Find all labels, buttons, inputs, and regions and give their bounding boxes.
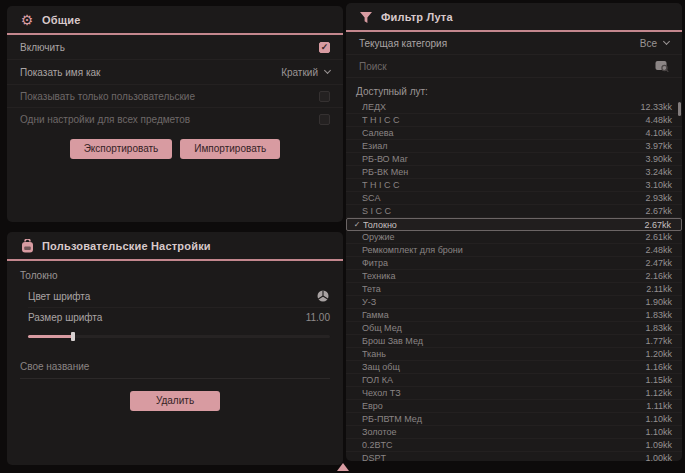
loot-row[interactable]: ГОЛ КА1.15kk: [346, 374, 682, 387]
loot-row[interactable]: Ремкомплект для брони2.48kk: [346, 244, 682, 257]
same-settings-checkbox[interactable]: [319, 114, 330, 125]
loot-row[interactable]: SCA2.93kk: [346, 192, 682, 205]
scrollbar-thumb[interactable]: [678, 102, 681, 116]
enable-checkbox[interactable]: ✓: [319, 42, 330, 53]
category-row: Текущая категория Все: [346, 32, 682, 55]
loot-item-value: 2.61kk: [645, 232, 672, 242]
loot-row[interactable]: Т Н I С С4.48kk: [346, 114, 682, 127]
loot-row[interactable]: Салева4.10kk: [346, 127, 682, 140]
gear-icon: ⚙: [20, 13, 34, 27]
loot-item-value: 1.20kk: [645, 349, 672, 359]
loot-row[interactable]: Золотое1.10kk: [346, 426, 682, 439]
loot-item-value: 3.97kk: [645, 141, 672, 151]
custom-settings-panel: Пользовательские Настройки Толокно Цвет …: [7, 232, 343, 465]
loot-item-value: 1.15kk: [645, 375, 672, 385]
loot-item-value: 4.48kk: [645, 115, 672, 125]
only-custom-checkbox[interactable]: [319, 91, 330, 102]
loot-row[interactable]: ЛЕДХ12.33kk: [346, 101, 682, 114]
loot-item-value: 1.09kk: [645, 440, 672, 450]
loot-item-value: 1.10kk: [645, 427, 672, 437]
name-as-label: Показать имя как: [20, 67, 100, 78]
loot-item-name: Фитра: [362, 258, 645, 268]
loot-item-name: Толокно: [363, 220, 644, 230]
same-settings-label: Одни настройки для всех предметов: [20, 114, 190, 125]
custom-name-input[interactable]: [20, 358, 330, 379]
enable-label: Включить: [20, 42, 65, 53]
available-loot-label: Доступный лут:: [346, 78, 682, 101]
slider-thumb[interactable]: [71, 332, 75, 341]
loot-row[interactable]: Тета2.11kk: [346, 283, 682, 296]
loot-row[interactable]: РБ-ВК Мен3.24kk: [346, 166, 682, 179]
loot-row[interactable]: Брош Зав Мед1.77kk: [346, 335, 682, 348]
chevron-down-icon: [324, 67, 331, 74]
general-panel-header: ⚙ Общие: [7, 6, 343, 35]
search-row: [346, 55, 682, 78]
font-size-value: 11.00: [306, 312, 330, 323]
loot-row[interactable]: Оружие2.61kk: [346, 231, 682, 244]
loot-row[interactable]: Гамма1.83kk: [346, 309, 682, 322]
color-wheel-icon[interactable]: [316, 289, 330, 303]
loot-item-value: 1.83kk: [645, 310, 672, 320]
loot-row[interactable]: РБ-ВО Маг3.90kk: [346, 153, 682, 166]
loot-item-value: 4.10kk: [645, 128, 672, 138]
loot-item-name: У-З: [362, 297, 645, 307]
loot-item-name: Салева: [362, 128, 645, 138]
loot-row[interactable]: РБ-ПВТМ Мед1.10kk: [346, 413, 682, 426]
export-button[interactable]: Экспортировать: [70, 139, 173, 159]
collapse-handle-icon[interactable]: [337, 463, 349, 471]
category-value: Все: [640, 38, 657, 49]
loot-item-name: S I С С: [362, 206, 645, 216]
loot-item-name: Езиал: [362, 141, 645, 151]
import-button[interactable]: Импортировать: [180, 139, 280, 159]
search-icon[interactable]: [655, 59, 669, 73]
loot-row[interactable]: У-З1.90kk: [346, 296, 682, 309]
loot-row[interactable]: Т Н I С С3.10kk: [346, 179, 682, 192]
loot-row[interactable]: 0.2BTC1.09kk: [346, 439, 682, 452]
loot-item-name: РБ-ВО Маг: [362, 154, 645, 164]
loot-item-value: 1.16kk: [645, 362, 672, 372]
font-size-slider[interactable]: [28, 332, 330, 342]
only-custom-row: Показывать только пользовательские: [7, 85, 343, 108]
loot-item-name: РБ-ПВТМ Мед: [362, 414, 645, 424]
loot-item-name: Чехол ТЗ: [362, 388, 645, 398]
loot-item-value: 2.67kk: [644, 220, 671, 230]
font-color-row: Цвет шрифта: [28, 285, 330, 308]
search-input[interactable]: [359, 61, 655, 72]
category-dropdown[interactable]: Все: [640, 38, 669, 49]
check-icon: ✓: [351, 220, 363, 229]
loot-row[interactable]: DSPT1.00kk: [346, 452, 682, 461]
loot-item-name: ГОЛ КА: [362, 375, 645, 385]
loot-list: ЛЕДХ12.33kkТ Н I С С4.48kkСалева4.10kkЕз…: [346, 101, 682, 461]
loot-row[interactable]: Чехол ТЗ1.12kk: [346, 387, 682, 400]
loot-row[interactable]: Евро1.11kk: [346, 400, 682, 413]
loot-item-value: 1.83kk: [645, 323, 672, 333]
delete-button[interactable]: Удалить: [130, 391, 220, 411]
font-size-label: Размер шрифта: [28, 312, 102, 323]
loot-item-name: РБ-ВК Мен: [362, 167, 645, 177]
loot-row[interactable]: S I С С2.67kk: [346, 205, 682, 218]
loot-row[interactable]: Защ общ1.16kk: [346, 361, 682, 374]
loot-item-value: 1.00kk: [645, 453, 672, 461]
loot-row[interactable]: Общ Мед1.83kk: [346, 322, 682, 335]
loot-filter-panel: Фильтр Лута Текущая категория Все Доступ…: [346, 3, 682, 461]
chevron-down-icon: [663, 38, 670, 45]
funnel-icon: [359, 10, 373, 24]
loot-item-value: 3.24kk: [645, 167, 672, 177]
loot-row[interactable]: Езиал3.97kk: [346, 140, 682, 153]
font-color-label: Цвет шрифта: [28, 291, 90, 302]
loot-item-name: Тета: [362, 284, 646, 294]
loot-item-value: 2.93kk: [645, 193, 672, 203]
only-custom-label: Показывать только пользовательские: [20, 91, 195, 102]
loot-item-name: Т Н I С С: [362, 180, 645, 190]
name-as-row: Показать имя как Краткий: [7, 60, 343, 85]
slider-fill: [28, 335, 73, 338]
loot-row[interactable]: Ткань1.20kk: [346, 348, 682, 361]
name-as-dropdown[interactable]: Краткий: [281, 67, 330, 78]
loot-item-value: 3.10kk: [645, 180, 672, 190]
loot-item-name: Золотое: [362, 427, 645, 437]
loot-row[interactable]: Техника2.16kk: [346, 270, 682, 283]
loot-row[interactable]: Фитра2.47kk: [346, 257, 682, 270]
loot-row[interactable]: ✓Толокно2.67kk: [346, 218, 682, 231]
selected-item-label: Толокно: [7, 261, 343, 285]
loot-item-name: Брош Зав Мед: [362, 336, 645, 346]
